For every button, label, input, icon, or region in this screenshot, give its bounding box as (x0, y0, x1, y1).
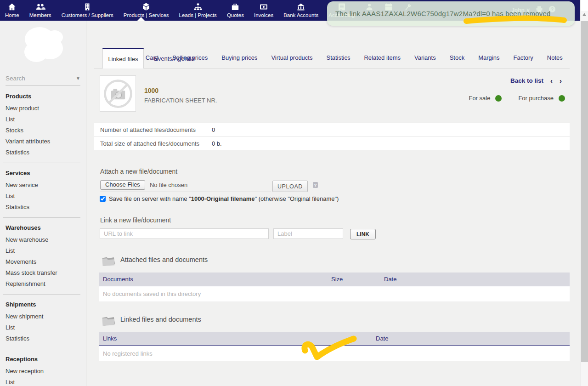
nav-item-label: Customers / Suppliers (62, 12, 113, 18)
file-input[interactable]: Choose Files No file chosen (100, 180, 271, 192)
empty-message: No documents saved in this directory (99, 290, 201, 297)
attach-section-title: Attach a new file/document (100, 168, 177, 175)
tab-margins[interactable]: Margins (478, 54, 499, 61)
column-size[interactable]: Size (331, 276, 384, 283)
company-logo (11, 25, 75, 66)
link-section-title: Link a new file/document (100, 216, 171, 224)
app-window: Home Members Customers / Suppliers Produ… (0, 0, 588, 386)
nav-item-label: Leads | Projects (179, 12, 217, 18)
bank-icon (296, 2, 305, 11)
nav-item-bank-accounts[interactable]: Bank Accounts (278, 0, 323, 21)
sidebar-item-new-reception[interactable]: New reception (0, 365, 86, 376)
nav-item-home[interactable]: Home (0, 0, 24, 21)
tab-linked-files[interactable]: Linked files (102, 48, 144, 68)
sidebar-item-new-service[interactable]: New service (0, 179, 86, 190)
back-to-list-link[interactable]: Back to list (510, 77, 543, 84)
column-links[interactable]: Links (99, 335, 376, 342)
sidebar-section-shipments: Shipments (0, 295, 86, 311)
members-icon (35, 2, 45, 11)
scrollbar-thumb[interactable] (581, 21, 588, 362)
nav-item-quotes[interactable]: Quotes (222, 0, 249, 21)
nav-item-label: Home (5, 12, 19, 18)
tab-variants[interactable]: Variants (414, 54, 436, 61)
linked-files-title: Linked files and documents (120, 316, 201, 323)
sidebar-item-shipment-list[interactable]: List (0, 322, 86, 333)
bill-icon (259, 2, 268, 11)
product-photo-placeholder[interactable] (100, 75, 136, 112)
table-row: No documents saved in this directory (99, 286, 570, 301)
nav-item-members[interactable]: Members (24, 0, 57, 21)
sidebar-item-mass-stock-transfer[interactable]: Mass stock transfer (0, 267, 86, 278)
sidebar-item-warehouse-list[interactable]: List (0, 245, 86, 256)
next-record-icon[interactable]: › (560, 77, 562, 85)
nav-item-leads-projects[interactable]: Leads | Projects (174, 0, 222, 21)
for-purchase-label: For purchase (518, 95, 554, 102)
nav-item-label: Products | Services (124, 12, 169, 18)
sidebar-item-stocks[interactable]: Stocks (0, 125, 86, 136)
tab-virtual-products[interactable]: Virtual products (271, 54, 312, 61)
cube-icon (141, 2, 151, 11)
sidebar-item-reception-list[interactable]: List (0, 376, 86, 386)
main-content: Product Card Selling prices Buying price… (86, 21, 588, 386)
nav-item-invoices[interactable]: Invoices (249, 0, 278, 21)
tab-buying-prices[interactable]: Buying prices (221, 54, 257, 61)
upload-button[interactable]: UPLOAD (272, 181, 308, 192)
tab-statistics[interactable]: Statistics (326, 54, 350, 61)
sidebar-item-new-shipment[interactable]: New shipment (0, 311, 86, 322)
sidebar-item-replenishment[interactable]: Replenishment (0, 278, 86, 289)
attached-files-title: Attached files and documents (120, 256, 208, 263)
folder-icon (101, 312, 117, 327)
sidebar-item-product-statistics[interactable]: Statistics (0, 147, 86, 158)
tab-stock[interactable]: Stock (450, 54, 465, 61)
sidebar-item-movements[interactable]: Movements (0, 256, 86, 267)
column-documents[interactable]: Documents (99, 276, 331, 283)
sidebar-section-receptions: Receptions (0, 349, 86, 365)
sitemap-icon (193, 2, 203, 11)
sidebar-item-service-statistics[interactable]: Statistics (0, 201, 86, 212)
link-label-input[interactable] (273, 228, 343, 239)
sidebar-item-new-product[interactable]: New product (0, 102, 86, 114)
list-navigation: Back to list ‹ › (510, 77, 562, 85)
for-sale-label: For sale (469, 95, 490, 102)
sidebar-search[interactable]: Search ▼ (6, 75, 80, 85)
chevron-down-icon[interactable]: ▼ (76, 76, 80, 81)
sidebar-item-shipment-statistics[interactable]: Statistics (0, 333, 86, 344)
briefcase-icon (231, 2, 240, 11)
notification-toast[interactable]: The link AAAS1ZAXAL2W6C750dg17w2Ma?dl=0 … (327, 1, 575, 26)
sidebar-section-products: Products (0, 86, 86, 102)
linked-files-table: Links Date No registered links (99, 332, 570, 361)
tab-factory[interactable]: Factory (513, 54, 533, 61)
save-filename-checkbox[interactable] (100, 196, 106, 202)
sidebar-item-new-warehouse[interactable]: New warehouse (0, 234, 86, 245)
table-row: Total size of attached files/documents 0… (94, 136, 570, 150)
table-row: No registered links (99, 346, 570, 361)
sub-tabs: Linked files Events/Agenda (102, 48, 204, 68)
sidebar-item-product-list[interactable]: List (0, 114, 86, 125)
tab-notes[interactable]: Notes (547, 54, 563, 61)
help-icon[interactable]: ? (313, 182, 318, 188)
column-date[interactable]: Date (376, 335, 388, 342)
scrollbar-up-arrow[interactable] (582, 13, 586, 16)
tab-events-agenda[interactable]: Events/Agenda (144, 48, 204, 68)
home-icon (7, 2, 17, 11)
choose-files-button[interactable]: Choose Files (100, 180, 145, 190)
for-sale-status-dot (495, 95, 502, 102)
sidebar-item-variant-attributes[interactable]: Variant attributes (0, 136, 86, 147)
nav-item-customers-suppliers[interactable]: Customers / Suppliers (57, 0, 119, 21)
active-menu-notch (137, 17, 145, 21)
sidebar-item-service-list[interactable]: List (0, 190, 86, 201)
table-row: Number of attached files/documents 0 (94, 123, 570, 136)
link-button[interactable]: LINK (350, 229, 376, 239)
row-label: Number of attached files/documents (100, 126, 212, 133)
status-badges: For sale For purchase (469, 95, 565, 102)
column-date[interactable]: Date (384, 276, 396, 283)
tab-related-items[interactable]: Related items (364, 54, 400, 61)
vertical-scrollbar[interactable] (580, 0, 588, 386)
left-sidebar: Search ▼ Products New product List Stock… (0, 21, 86, 386)
nav-item-products-services[interactable]: Products | Services (119, 0, 174, 21)
previous-record-icon[interactable]: ‹ (550, 77, 553, 85)
url-to-link-input[interactable] (100, 228, 269, 239)
search-input[interactable]: Search (6, 75, 25, 82)
nav-item-label: Quotes (227, 12, 244, 18)
save-filename-label: Save file on server with name "1000-Orig… (109, 195, 339, 202)
